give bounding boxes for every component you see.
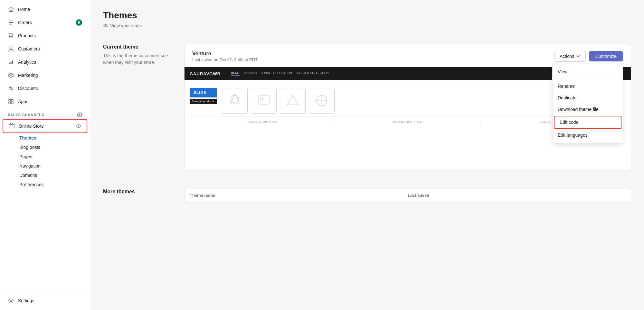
sidebar-item-discounts-label: Discounts bbox=[18, 86, 82, 91]
sidebar-item-online-store[interactable]: Online Store bbox=[3, 119, 87, 133]
svg-point-5 bbox=[10, 47, 12, 49]
online-store-icon bbox=[8, 123, 15, 129]
dropdown-item-edit-languages[interactable]: Edit languages bbox=[553, 129, 623, 141]
sidebar-item-orders-label: Orders bbox=[18, 20, 72, 25]
add-sales-channel-icon[interactable] bbox=[77, 112, 82, 117]
sidebar-settings-label: Settings bbox=[18, 298, 34, 303]
page-title: Themes bbox=[103, 10, 631, 21]
theme-name-section: Venture Last saved on Oct 22, 2:40am EDT bbox=[192, 51, 258, 62]
sidebar-item-home-label: Home bbox=[18, 7, 82, 12]
more-themes-section: More themes Theme name Last saved bbox=[103, 189, 631, 202]
sidebar: Home Orders 9 bbox=[0, 0, 90, 310]
home-icon bbox=[8, 6, 14, 13]
actions-label: Actions bbox=[560, 54, 574, 59]
preview-nav-link-cluster: CLUSTER COLLECTION bbox=[296, 71, 328, 76]
svg-rect-13 bbox=[11, 99, 13, 101]
svg-rect-19 bbox=[9, 124, 14, 128]
subnav-item-navigation[interactable]: Navigation bbox=[3, 161, 87, 170]
svg-point-22 bbox=[10, 300, 12, 302]
actions-button[interactable]: Actions bbox=[554, 51, 586, 62]
sales-channels-section: SALES CHANNELS bbox=[0, 108, 90, 119]
preview-slide-section: SLIDE View all products bbox=[190, 88, 217, 104]
svg-point-10 bbox=[11, 89, 13, 90]
svg-point-3 bbox=[10, 37, 10, 38]
table-header: Theme name Last saved bbox=[185, 189, 631, 202]
sidebar-item-orders[interactable]: Orders 9 bbox=[3, 16, 87, 29]
svg-rect-12 bbox=[9, 99, 11, 101]
sidebar-item-products-label: Products bbox=[18, 33, 82, 38]
analytics-icon bbox=[8, 59, 14, 65]
orders-icon bbox=[8, 19, 14, 26]
dropdown-item-duplicate[interactable]: Duplicate bbox=[553, 92, 623, 104]
view-store-link[interactable]: View your store bbox=[103, 23, 631, 28]
sidebar-item-marketing-label: Marketing bbox=[18, 73, 82, 78]
sidebar-item-home[interactable]: Home bbox=[3, 3, 87, 16]
svg-point-25 bbox=[231, 95, 239, 103]
svg-point-9 bbox=[9, 87, 11, 88]
subnav-item-themes[interactable]: Themes bbox=[3, 133, 87, 142]
sidebar-item-analytics-label: Analytics bbox=[18, 59, 82, 65]
preview-sketches bbox=[222, 88, 335, 114]
customize-button[interactable]: Customize bbox=[589, 51, 623, 61]
more-themes-heading: More themes bbox=[103, 189, 174, 195]
svg-marker-29 bbox=[287, 95, 298, 105]
more-themes-title: More themes bbox=[103, 189, 174, 202]
svg-rect-7 bbox=[11, 61, 12, 64]
svg-rect-27 bbox=[258, 96, 269, 104]
sidebar-item-apps-label: Apps bbox=[18, 99, 82, 104]
preview-nav-link-home: HOME bbox=[231, 71, 240, 76]
sidebar-item-apps[interactable]: Apps bbox=[3, 95, 87, 108]
preview-sketch-1 bbox=[222, 88, 248, 114]
collection-title-1: COLLECTION TITLE bbox=[190, 119, 335, 124]
preview-slide-button: SLIDE bbox=[190, 88, 217, 97]
collection-title-2: COLLECTION TITLE bbox=[335, 119, 481, 124]
sidebar-item-analytics[interactable]: Analytics bbox=[3, 56, 87, 68]
main-content: Themes View your store Current theme Thi… bbox=[90, 0, 644, 310]
subnav-item-preferences[interactable]: Preferences bbox=[3, 180, 87, 189]
eye-small-icon bbox=[103, 23, 108, 28]
sidebar-item-settings[interactable]: Settings bbox=[3, 294, 87, 307]
sidebar-item-customers[interactable]: Customers bbox=[3, 42, 87, 55]
svg-point-4 bbox=[12, 37, 12, 38]
theme-card-header: Venture Last saved on Oct 22, 2:40am EDT… bbox=[185, 44, 631, 67]
dropdown-item-edit-code[interactable]: Edit code bbox=[554, 116, 621, 129]
more-themes-table: Theme name Last saved bbox=[184, 189, 631, 202]
col-last-saved: Last saved bbox=[408, 193, 626, 198]
preview-view-all: View all products bbox=[190, 99, 217, 104]
sidebar-nav: Home Orders 9 bbox=[0, 0, 90, 291]
dropdown-item-rename[interactable]: Rename bbox=[553, 80, 623, 92]
current-theme-info: Current theme This is the theme customer… bbox=[103, 44, 174, 170]
svg-point-24 bbox=[105, 25, 106, 26]
subnav-item-domains[interactable]: Domains bbox=[3, 171, 87, 180]
preview-sketch-3 bbox=[280, 88, 306, 114]
online-store-subnav: Themes Blog posts Pages Navigation Domai… bbox=[0, 133, 90, 192]
dropdown-item-view[interactable]: View bbox=[553, 66, 623, 78]
svg-rect-0 bbox=[9, 21, 13, 21]
current-theme-title: Current theme bbox=[103, 44, 174, 50]
orders-badge: 9 bbox=[76, 19, 82, 26]
svg-marker-26 bbox=[230, 94, 240, 104]
svg-rect-1 bbox=[9, 22, 13, 23]
dropdown-divider-1 bbox=[553, 79, 623, 79]
marketing-icon bbox=[8, 72, 14, 78]
theme-card: Venture Last saved on Oct 22, 2:40am EDT… bbox=[184, 44, 631, 170]
dropdown-item-download[interactable]: Download theme file bbox=[553, 104, 623, 115]
svg-rect-15 bbox=[11, 102, 13, 104]
eye-icon[interactable] bbox=[76, 123, 81, 129]
svg-point-28 bbox=[260, 98, 263, 100]
view-store-label: View your store bbox=[110, 23, 141, 28]
subnav-item-pages[interactable]: Pages bbox=[3, 152, 87, 161]
customers-icon bbox=[8, 46, 14, 52]
svg-rect-2 bbox=[9, 24, 12, 24]
sidebar-bottom: Settings bbox=[0, 291, 90, 310]
sidebar-item-products[interactable]: Products bbox=[3, 29, 87, 42]
sidebar-item-marketing[interactable]: Marketing bbox=[3, 69, 87, 82]
settings-icon bbox=[8, 297, 14, 304]
customize-label: Customize bbox=[595, 54, 617, 59]
subnav-item-blog-posts[interactable]: Blog posts bbox=[3, 143, 87, 152]
sidebar-item-discounts[interactable]: Discounts bbox=[3, 82, 87, 95]
svg-point-21 bbox=[78, 125, 79, 127]
svg-rect-6 bbox=[9, 63, 10, 64]
preview-nav-link-catalog: CATALOG bbox=[243, 71, 257, 76]
chevron-down-icon bbox=[576, 54, 580, 58]
